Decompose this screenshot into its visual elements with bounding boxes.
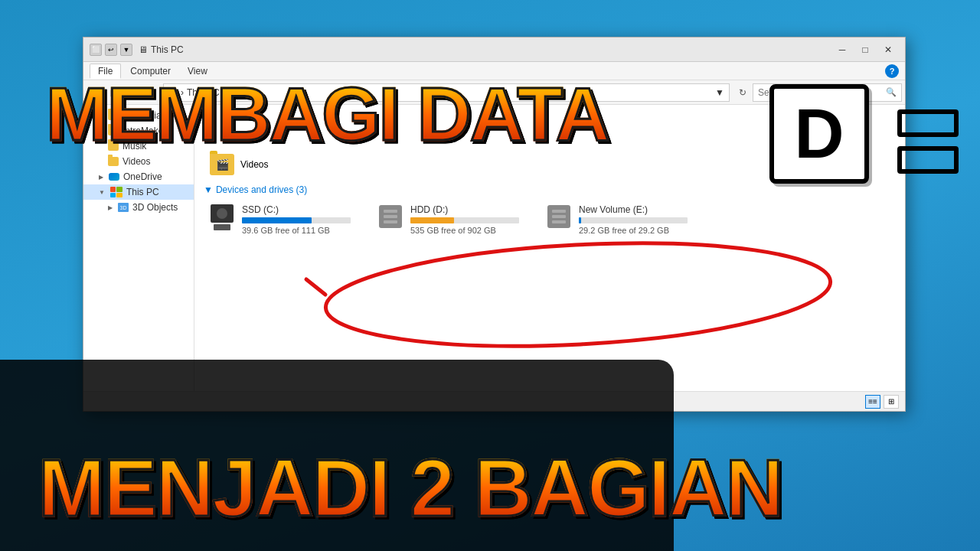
hdd-stripe-3 [384, 220, 397, 223]
collapse-icon: ▼ [204, 184, 213, 195]
main-panel: 🎬 Videos ▼ Devices and drives (3) [194, 105, 905, 391]
recent-button[interactable]: ▼ [142, 84, 158, 101]
drive-info-c: SSD (C:) 39.6 GB free of 111 GB [242, 204, 351, 235]
sidebar-item-musik[interactable]: Musik [83, 139, 194, 154]
3d-icon: 3D [118, 203, 129, 212]
bottom-bar: ≡≡ ⊞ [83, 391, 905, 411]
drive-info-e: New Volume (E:) 29.2 GB free of 29.2 GB [579, 204, 688, 235]
drive-bar-bg-d [410, 217, 519, 223]
close-button[interactable]: ✕ [877, 41, 899, 58]
expand-arrow: ▶ [99, 174, 103, 181]
folders-grid [204, 111, 896, 139]
quick-access-icon-1[interactable]: ⬜ [90, 44, 102, 56]
separator: › [181, 87, 184, 98]
back-button[interactable]: ◀ [87, 84, 103, 101]
sidebar-label-videos: Videos [122, 156, 150, 167]
drive-bar-fill-e [579, 217, 581, 223]
folder-placeholder-4 [452, 111, 528, 139]
refresh-button[interactable]: ↻ [734, 84, 751, 101]
sidebar-label-camtasia: Camtasia [122, 110, 162, 121]
sidebar-label-3d-objects: 3D Objects [132, 202, 178, 213]
drive-item-e[interactable]: New Volume (E:) 29.2 GB free of 29.2 GB [541, 201, 694, 238]
drive-free-e: 29.2 GB free of 29.2 GB [579, 226, 688, 235]
ssd-icon-container [211, 204, 234, 229]
sidebar-item-3d-objects[interactable]: ▶ 3D 3D Objects [83, 200, 194, 215]
sidebar-item-videos[interactable]: Videos [83, 154, 194, 169]
onedrive-icon [109, 173, 119, 181]
sidebar-item-this-pc[interactable]: ▼ This PC [83, 184, 194, 200]
film-icon: 🎬 [216, 158, 229, 171]
hdd-stripe-e1 [552, 210, 566, 213]
hdd-stripe-2 [384, 215, 397, 218]
sidebar-label-this-pc: This PC [126, 187, 159, 197]
address-bar[interactable]: 🖥 › This PC ▼ [163, 83, 730, 102]
address-path: This PC [187, 87, 220, 98]
nav-bar: ◀ ▶ ↑ ▼ 🖥 › This PC ▼ ↻ 🔍 [83, 80, 905, 105]
folder-placeholder-1 [204, 111, 280, 139]
address-dropdown: ▼ [715, 87, 724, 98]
title-pc-icon: 🖥 [139, 44, 148, 55]
drive-free-c: 39.6 GB free of 111 GB [242, 226, 351, 235]
hdd-drive-image-e [547, 204, 571, 229]
folder-icon [108, 157, 119, 166]
videos-folder-label: Videos [240, 159, 268, 170]
drive-free-d: 535 GB free of 902 GB [410, 226, 519, 235]
up-button[interactable]: ↑ [123, 84, 140, 101]
menu-view[interactable]: View [180, 64, 215, 78]
drive-item-c[interactable]: SSD (C:) 39.6 GB free of 111 GB [204, 201, 357, 238]
title-bar-text: 🖥 This PC [139, 44, 831, 55]
videos-folder-item[interactable]: 🎬 Videos [204, 151, 896, 178]
title-bar: ⬜ ↩ ▼ 🖥 This PC ─ □ ✕ [83, 37, 905, 62]
search-icon[interactable]: 🔍 [886, 87, 897, 97]
menu-computer[interactable]: Computer [122, 64, 178, 78]
view-details-button[interactable]: ≡≡ [865, 395, 880, 409]
quick-access-icon-3[interactable]: ▼ [120, 44, 132, 56]
menu-bar: File Computer View ? [83, 62, 905, 80]
menu-file[interactable]: File [90, 64, 121, 79]
sidebar-item-camtasia[interactable]: Camtasia [83, 108, 194, 123]
window-controls: ─ □ ✕ [831, 41, 899, 58]
hdd-stripe-e3 [552, 220, 566, 223]
view-large-icons-button[interactable]: ⊞ [884, 395, 899, 409]
drive-name-d: HDD (D:) [410, 204, 519, 215]
expand-arrow: ▼ [99, 189, 105, 196]
folder-icon [108, 142, 119, 151]
minimize-button[interactable]: ─ [831, 41, 853, 58]
ssd-circle [217, 208, 227, 219]
devices-header[interactable]: ▼ Devices and drives (3) [204, 184, 896, 195]
folder-placeholder-3 [369, 111, 446, 139]
window-title: This PC [151, 44, 184, 55]
explorer-window: ⬜ ↩ ▼ 🖥 This PC ─ □ ✕ File Computer View… [83, 37, 906, 412]
ssd-body [211, 204, 234, 223]
search-input[interactable] [758, 87, 883, 98]
ssd-drive-image [210, 204, 234, 229]
help-button[interactable]: ? [885, 64, 899, 78]
drive-name-c: SSD (C:) [242, 204, 351, 215]
sidebar-item-onedrive[interactable]: ▶ OneDrive [83, 169, 194, 184]
hdd-stripe-1 [384, 210, 397, 213]
folder-placeholder-2 [286, 111, 363, 139]
folder-icon [108, 111, 119, 120]
content-area: Camtasia IntroMaker Musik Videos ▶ OneDr… [83, 105, 905, 391]
hdd-icon-body [379, 205, 402, 228]
forward-button[interactable]: ▶ [105, 84, 122, 101]
drive-name-e: New Volume (E:) [579, 204, 688, 215]
sidebar-label-intromaker: IntroMaker [122, 126, 166, 136]
title-bar-quick-access: ⬜ ↩ ▼ [90, 44, 132, 56]
drives-grid: SSD (C:) 39.6 GB free of 111 GB [204, 201, 896, 238]
folder-icon [108, 126, 119, 135]
address-drive-icon: 🖥 [168, 87, 178, 98]
hdd-stripe-e2 [552, 215, 566, 218]
search-box[interactable]: 🔍 [753, 83, 902, 102]
drive-bar-fill-c [242, 217, 312, 223]
quick-access-icon-2[interactable]: ↩ [105, 44, 117, 56]
drive-bar-bg-e [579, 217, 688, 223]
sidebar: Camtasia IntroMaker Musik Videos ▶ OneDr… [83, 105, 194, 391]
sidebar-item-intromaker[interactable]: IntroMaker [83, 123, 194, 139]
expand-arrow: ▶ [108, 204, 113, 211]
maximize-button[interactable]: □ [854, 41, 876, 58]
videos-folder-icon: 🎬 [210, 154, 234, 175]
drive-item-d[interactable]: HDD (D:) 535 GB free of 902 GB [372, 201, 525, 238]
drive-info-d: HDD (D:) 535 GB free of 902 GB [410, 204, 519, 235]
devices-header-label: Devices and drives (3) [216, 184, 307, 195]
